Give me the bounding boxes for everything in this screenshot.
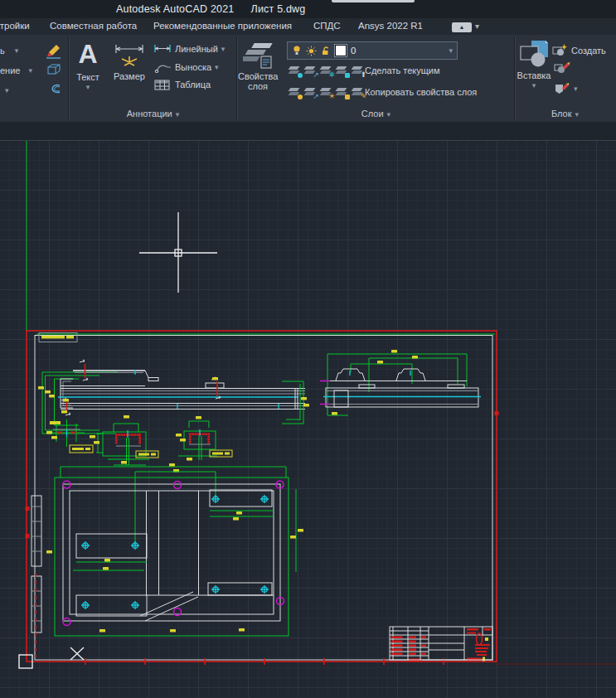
create-block-icon xyxy=(552,43,568,57)
panel-annotate-label: Аннотации xyxy=(127,109,172,119)
menu-item-spds[interactable]: СПДС xyxy=(313,21,341,31)
file-tab-strip[interactable] xyxy=(332,0,415,2)
match-properties-button[interactable]: Копировать свойства слоя xyxy=(365,87,477,97)
layer-unisolate-icon[interactable]: ↗ xyxy=(303,85,317,99)
layer-dropdown[interactable]: 0 ▾ xyxy=(287,41,458,60)
cube-icon[interactable] xyxy=(46,63,63,80)
panel-block[interactable]: Блок▾ xyxy=(516,109,614,119)
edit-block-icon xyxy=(554,61,570,75)
chevron-down-icon: ▾ xyxy=(176,110,180,119)
layer-off-icon[interactable] xyxy=(288,85,301,99)
triangle-up-icon: ▲ xyxy=(459,24,465,30)
ribbon-bottom-strip xyxy=(0,122,616,140)
view-top-right xyxy=(320,350,481,415)
chevron-down-icon: ▾ xyxy=(449,46,453,55)
table-label: Таблица xyxy=(175,80,211,90)
layer-properties-button[interactable]: Свойства слоя xyxy=(238,40,278,91)
dimension-button[interactable]: Размер xyxy=(108,41,151,81)
drawing-canvas[interactable] xyxy=(0,140,616,698)
layer-freeze-icon[interactable] xyxy=(288,64,301,77)
ribbon: ь ▾ ение ▾ ▾ A Текст ▾ Размер Линейный ▾… xyxy=(0,35,616,122)
clipped-button-2[interactable]: ение ▾ xyxy=(0,65,32,75)
text-button-label: Текст xyxy=(70,72,106,82)
sheet-frame xyxy=(19,141,616,668)
layer-thaw-sun-icon xyxy=(306,46,317,56)
chevron-down-icon: ▾ xyxy=(215,63,219,71)
linear-dimension-icon xyxy=(153,43,172,54)
layer-color-swatch xyxy=(335,45,347,56)
leader-icon xyxy=(153,61,172,73)
clipped-label-2: ение xyxy=(0,65,20,75)
make-current-icon: ⬆ xyxy=(351,64,364,77)
block-attributes-icon xyxy=(554,81,570,96)
chevron-down-icon: ▾ xyxy=(221,45,226,53)
view-plan xyxy=(32,463,303,657)
pencil-icon[interactable] xyxy=(44,41,64,63)
edit-block-button[interactable] xyxy=(554,61,570,79)
chevron-down-icon: ▾ xyxy=(15,46,19,55)
chevron-down-icon: ▾ xyxy=(575,110,580,119)
chevron-down-icon: ▾ xyxy=(70,82,106,92)
dimension-icon xyxy=(111,41,148,70)
offset-curve-icon[interactable] xyxy=(46,83,63,98)
make-current-label: Сделать текущим xyxy=(365,65,439,75)
crosshair-cursor xyxy=(139,212,217,293)
linear-dimension-button[interactable]: Линейный ▾ xyxy=(153,43,225,54)
layer-unlock-icon xyxy=(321,46,331,56)
linear-label: Линейный xyxy=(175,44,218,54)
titlebar: Autodesk AutoCAD 2021Лист 5.dwg xyxy=(0,0,616,18)
panel-separator xyxy=(68,36,69,119)
layer-properties-label: Свойства слоя xyxy=(238,71,278,91)
panel-layers[interactable]: Слои▾ xyxy=(238,109,514,119)
chevron-down-icon[interactable]: ▾ xyxy=(475,22,479,31)
match-layer-icon: ✎ xyxy=(351,85,364,99)
panel-separator xyxy=(236,36,237,119)
app-title: Autodesk AutoCAD 2021 xyxy=(116,3,235,15)
section-details xyxy=(46,410,232,465)
text-button[interactable]: A Текст ▾ xyxy=(70,41,106,92)
table-button[interactable]: Таблица xyxy=(153,79,211,90)
view-side-elevation xyxy=(38,360,309,434)
menu-item-collaborate[interactable]: Совместная работа xyxy=(50,21,137,31)
menu-item-featured-apps[interactable]: Рекомендованные приложения xyxy=(153,21,292,31)
panel-annotate[interactable]: Аннотации▾ xyxy=(70,109,236,119)
document-title: Лист 5.dwg xyxy=(251,3,306,15)
layer-lock-icon[interactable] xyxy=(335,64,348,77)
panel-separator xyxy=(514,36,515,119)
leader-button[interactable]: Выноска ▾ xyxy=(153,61,219,73)
table-icon xyxy=(153,79,172,90)
layer-isolate-icon[interactable]: ↗ xyxy=(303,64,317,77)
layer-thaw-icon[interactable]: ☀ xyxy=(319,85,332,99)
insert-block-label: Вставка xyxy=(516,70,552,80)
ribbon-collapse-button[interactable]: ▲ xyxy=(452,22,472,32)
current-layer-name: 0 xyxy=(351,46,444,56)
layer-properties-icon xyxy=(243,40,273,70)
clipped-label-1: ь xyxy=(0,46,5,56)
menu-item-nadstroyki[interactable]: стройки xyxy=(0,21,30,31)
match-properties-label: Копировать свойства слоя xyxy=(365,87,477,97)
layer-freeze-snowflake-icon[interactable]: ❄ xyxy=(319,64,332,77)
create-block-label: Создать xyxy=(571,46,606,56)
layer-on-bulb-icon xyxy=(292,45,302,56)
dimension-button-label: Размер xyxy=(108,71,151,81)
make-current-button[interactable]: Сделать текущим xyxy=(365,65,439,75)
window-title: Autodesk AutoCAD 2021Лист 5.dwg xyxy=(116,3,306,15)
drawing-viewport xyxy=(0,141,616,698)
title-block xyxy=(390,627,492,660)
insert-block-button[interactable]: Вставка ▾ xyxy=(516,39,552,90)
menu-item-ansys[interactable]: Ansys 2022 R1 xyxy=(358,21,423,31)
block-attributes-button[interactable]: ▾ xyxy=(554,81,578,96)
layer-unlock-small-icon[interactable] xyxy=(335,85,348,99)
leader-label: Выноска xyxy=(175,62,211,72)
clipped-button-1[interactable]: ь ▾ xyxy=(0,46,18,56)
chevron-down-icon: ▾ xyxy=(574,85,578,93)
create-block-button[interactable]: Создать xyxy=(552,43,606,57)
chevron-down-icon: ▾ xyxy=(516,80,552,90)
text-tool-icon: A xyxy=(70,41,106,66)
menubar: стройки Совместная работа Рекомендованны… xyxy=(0,18,616,35)
panel-layers-label: Слои xyxy=(361,109,384,119)
chevron-down-icon[interactable]: ▾ xyxy=(5,86,9,95)
chevron-down-icon: ▾ xyxy=(387,110,391,119)
panel-block-label: Блок xyxy=(551,109,572,119)
insert-block-icon xyxy=(518,39,550,69)
